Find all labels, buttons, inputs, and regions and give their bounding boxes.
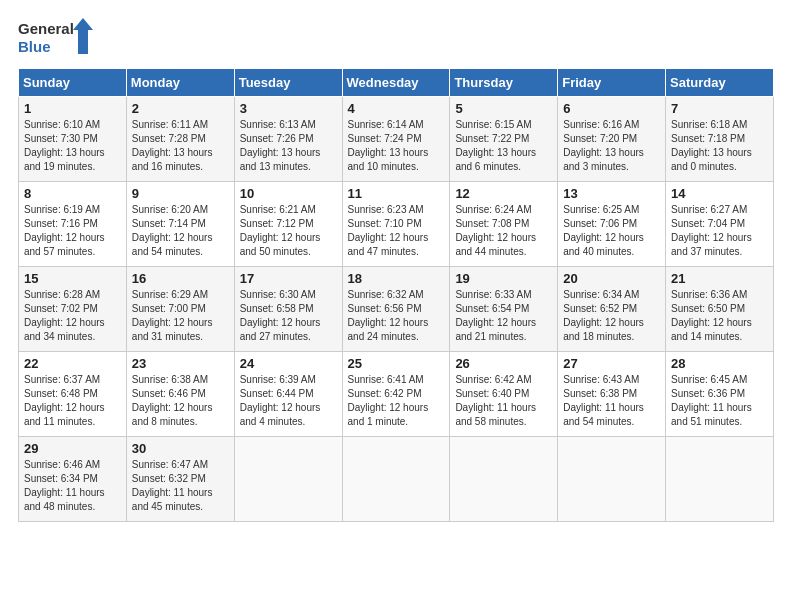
calendar-cell: 20Sunrise: 6:34 AMSunset: 6:52 PMDayligh… bbox=[558, 267, 666, 352]
weekday-header-saturday: Saturday bbox=[666, 69, 774, 97]
day-info: Sunrise: 6:29 AMSunset: 7:00 PMDaylight:… bbox=[132, 288, 229, 344]
day-info: Sunrise: 6:13 AMSunset: 7:26 PMDaylight:… bbox=[240, 118, 337, 174]
calendar-cell: 19Sunrise: 6:33 AMSunset: 6:54 PMDayligh… bbox=[450, 267, 558, 352]
day-number: 16 bbox=[132, 271, 229, 286]
day-number: 26 bbox=[455, 356, 552, 371]
day-info: Sunrise: 6:41 AMSunset: 6:42 PMDaylight:… bbox=[348, 373, 445, 429]
day-number: 6 bbox=[563, 101, 660, 116]
day-info: Sunrise: 6:21 AMSunset: 7:12 PMDaylight:… bbox=[240, 203, 337, 259]
svg-marker-2 bbox=[73, 18, 93, 54]
calendar-cell: 6Sunrise: 6:16 AMSunset: 7:20 PMDaylight… bbox=[558, 97, 666, 182]
calendar-cell: 23Sunrise: 6:38 AMSunset: 6:46 PMDayligh… bbox=[126, 352, 234, 437]
calendar-cell: 30Sunrise: 6:47 AMSunset: 6:32 PMDayligh… bbox=[126, 437, 234, 522]
day-number: 29 bbox=[24, 441, 121, 456]
day-info: Sunrise: 6:16 AMSunset: 7:20 PMDaylight:… bbox=[563, 118, 660, 174]
calendar-cell bbox=[558, 437, 666, 522]
logo-svg: General Blue bbox=[18, 16, 98, 58]
day-number: 13 bbox=[563, 186, 660, 201]
day-info: Sunrise: 6:30 AMSunset: 6:58 PMDaylight:… bbox=[240, 288, 337, 344]
day-info: Sunrise: 6:27 AMSunset: 7:04 PMDaylight:… bbox=[671, 203, 768, 259]
day-info: Sunrise: 6:23 AMSunset: 7:10 PMDaylight:… bbox=[348, 203, 445, 259]
calendar-cell: 29Sunrise: 6:46 AMSunset: 6:34 PMDayligh… bbox=[19, 437, 127, 522]
day-number: 25 bbox=[348, 356, 445, 371]
weekday-header-row: SundayMondayTuesdayWednesdayThursdayFrid… bbox=[19, 69, 774, 97]
calendar-cell: 10Sunrise: 6:21 AMSunset: 7:12 PMDayligh… bbox=[234, 182, 342, 267]
day-info: Sunrise: 6:34 AMSunset: 6:52 PMDaylight:… bbox=[563, 288, 660, 344]
day-number: 8 bbox=[24, 186, 121, 201]
calendar-cell: 1Sunrise: 6:10 AMSunset: 7:30 PMDaylight… bbox=[19, 97, 127, 182]
day-number: 19 bbox=[455, 271, 552, 286]
calendar-cell: 3Sunrise: 6:13 AMSunset: 7:26 PMDaylight… bbox=[234, 97, 342, 182]
day-info: Sunrise: 6:42 AMSunset: 6:40 PMDaylight:… bbox=[455, 373, 552, 429]
day-info: Sunrise: 6:32 AMSunset: 6:56 PMDaylight:… bbox=[348, 288, 445, 344]
logo: General Blue bbox=[18, 16, 98, 58]
day-number: 2 bbox=[132, 101, 229, 116]
calendar-cell: 4Sunrise: 6:14 AMSunset: 7:24 PMDaylight… bbox=[342, 97, 450, 182]
day-number: 24 bbox=[240, 356, 337, 371]
calendar-cell: 2Sunrise: 6:11 AMSunset: 7:28 PMDaylight… bbox=[126, 97, 234, 182]
day-info: Sunrise: 6:39 AMSunset: 6:44 PMDaylight:… bbox=[240, 373, 337, 429]
day-info: Sunrise: 6:43 AMSunset: 6:38 PMDaylight:… bbox=[563, 373, 660, 429]
day-number: 20 bbox=[563, 271, 660, 286]
day-info: Sunrise: 6:28 AMSunset: 7:02 PMDaylight:… bbox=[24, 288, 121, 344]
day-number: 23 bbox=[132, 356, 229, 371]
day-info: Sunrise: 6:47 AMSunset: 6:32 PMDaylight:… bbox=[132, 458, 229, 514]
day-number: 14 bbox=[671, 186, 768, 201]
day-number: 28 bbox=[671, 356, 768, 371]
svg-text:Blue: Blue bbox=[18, 38, 51, 55]
calendar-cell: 9Sunrise: 6:20 AMSunset: 7:14 PMDaylight… bbox=[126, 182, 234, 267]
day-number: 9 bbox=[132, 186, 229, 201]
calendar-cell: 8Sunrise: 6:19 AMSunset: 7:16 PMDaylight… bbox=[19, 182, 127, 267]
day-info: Sunrise: 6:45 AMSunset: 6:36 PMDaylight:… bbox=[671, 373, 768, 429]
weekday-header-wednesday: Wednesday bbox=[342, 69, 450, 97]
day-info: Sunrise: 6:46 AMSunset: 6:34 PMDaylight:… bbox=[24, 458, 121, 514]
calendar-cell bbox=[234, 437, 342, 522]
day-number: 5 bbox=[455, 101, 552, 116]
calendar-cell: 27Sunrise: 6:43 AMSunset: 6:38 PMDayligh… bbox=[558, 352, 666, 437]
day-info: Sunrise: 6:38 AMSunset: 6:46 PMDaylight:… bbox=[132, 373, 229, 429]
calendar-cell bbox=[450, 437, 558, 522]
weekday-header-friday: Friday bbox=[558, 69, 666, 97]
calendar-cell: 12Sunrise: 6:24 AMSunset: 7:08 PMDayligh… bbox=[450, 182, 558, 267]
day-info: Sunrise: 6:37 AMSunset: 6:48 PMDaylight:… bbox=[24, 373, 121, 429]
day-info: Sunrise: 6:11 AMSunset: 7:28 PMDaylight:… bbox=[132, 118, 229, 174]
day-number: 22 bbox=[24, 356, 121, 371]
weekday-header-monday: Monday bbox=[126, 69, 234, 97]
day-number: 27 bbox=[563, 356, 660, 371]
calendar-table: SundayMondayTuesdayWednesdayThursdayFrid… bbox=[18, 68, 774, 522]
day-info: Sunrise: 6:15 AMSunset: 7:22 PMDaylight:… bbox=[455, 118, 552, 174]
day-number: 18 bbox=[348, 271, 445, 286]
calendar-cell: 18Sunrise: 6:32 AMSunset: 6:56 PMDayligh… bbox=[342, 267, 450, 352]
calendar-cell: 22Sunrise: 6:37 AMSunset: 6:48 PMDayligh… bbox=[19, 352, 127, 437]
day-info: Sunrise: 6:24 AMSunset: 7:08 PMDaylight:… bbox=[455, 203, 552, 259]
calendar-cell: 7Sunrise: 6:18 AMSunset: 7:18 PMDaylight… bbox=[666, 97, 774, 182]
calendar-cell: 16Sunrise: 6:29 AMSunset: 7:00 PMDayligh… bbox=[126, 267, 234, 352]
calendar-cell: 25Sunrise: 6:41 AMSunset: 6:42 PMDayligh… bbox=[342, 352, 450, 437]
day-number: 7 bbox=[671, 101, 768, 116]
calendar-cell: 15Sunrise: 6:28 AMSunset: 7:02 PMDayligh… bbox=[19, 267, 127, 352]
calendar-week-row: 29Sunrise: 6:46 AMSunset: 6:34 PMDayligh… bbox=[19, 437, 774, 522]
day-info: Sunrise: 6:14 AMSunset: 7:24 PMDaylight:… bbox=[348, 118, 445, 174]
calendar-cell: 24Sunrise: 6:39 AMSunset: 6:44 PMDayligh… bbox=[234, 352, 342, 437]
day-info: Sunrise: 6:10 AMSunset: 7:30 PMDaylight:… bbox=[24, 118, 121, 174]
calendar-week-row: 22Sunrise: 6:37 AMSunset: 6:48 PMDayligh… bbox=[19, 352, 774, 437]
calendar-cell: 21Sunrise: 6:36 AMSunset: 6:50 PMDayligh… bbox=[666, 267, 774, 352]
calendar-week-row: 8Sunrise: 6:19 AMSunset: 7:16 PMDaylight… bbox=[19, 182, 774, 267]
day-number: 21 bbox=[671, 271, 768, 286]
day-info: Sunrise: 6:33 AMSunset: 6:54 PMDaylight:… bbox=[455, 288, 552, 344]
calendar-cell: 14Sunrise: 6:27 AMSunset: 7:04 PMDayligh… bbox=[666, 182, 774, 267]
day-number: 4 bbox=[348, 101, 445, 116]
weekday-header-thursday: Thursday bbox=[450, 69, 558, 97]
calendar-week-row: 1Sunrise: 6:10 AMSunset: 7:30 PMDaylight… bbox=[19, 97, 774, 182]
day-number: 30 bbox=[132, 441, 229, 456]
weekday-header-tuesday: Tuesday bbox=[234, 69, 342, 97]
day-number: 15 bbox=[24, 271, 121, 286]
day-number: 1 bbox=[24, 101, 121, 116]
day-info: Sunrise: 6:36 AMSunset: 6:50 PMDaylight:… bbox=[671, 288, 768, 344]
calendar-cell bbox=[342, 437, 450, 522]
calendar-week-row: 15Sunrise: 6:28 AMSunset: 7:02 PMDayligh… bbox=[19, 267, 774, 352]
day-info: Sunrise: 6:25 AMSunset: 7:06 PMDaylight:… bbox=[563, 203, 660, 259]
day-number: 11 bbox=[348, 186, 445, 201]
day-number: 12 bbox=[455, 186, 552, 201]
day-number: 17 bbox=[240, 271, 337, 286]
